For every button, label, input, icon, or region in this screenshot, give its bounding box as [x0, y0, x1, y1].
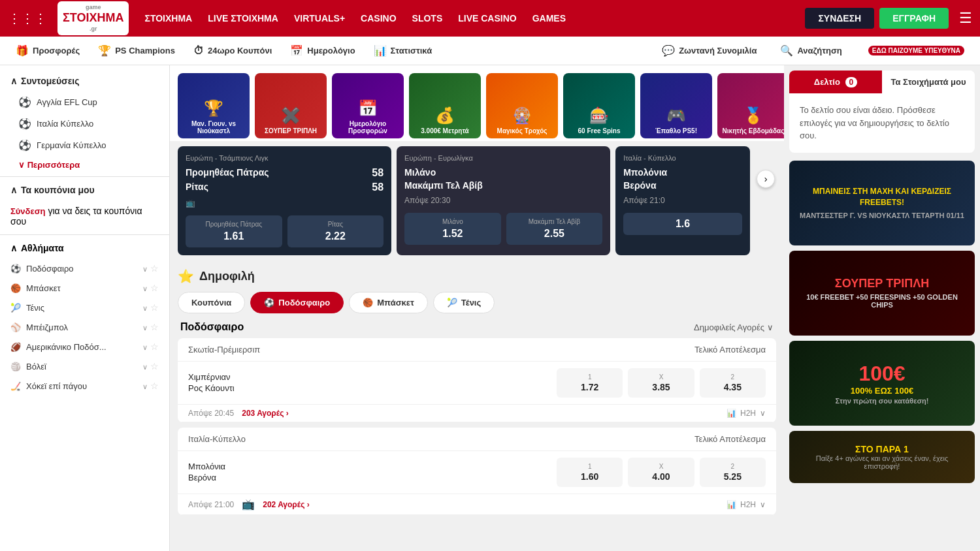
sidebar-sport-beizmpol[interactable]: ⚾ Μπέιζμπολ ∨ ☆: [0, 317, 169, 337]
shortcuts-header[interactable]: ∧ Συντομεύσεις: [0, 71, 169, 91]
match-time-1: Απόψε 20:45: [188, 409, 234, 418]
betslip-tab-my-bets[interactable]: Τα Στοιχήματά μου: [882, 71, 975, 93]
sidebar-sport-american-football[interactable]: 🏈 Αμερικάνικο Ποδόσ... ∨ ☆: [0, 337, 169, 356]
promo-card-magikos[interactable]: 🎡 Μαγικός Τροχός: [486, 73, 558, 138]
nav-statistika[interactable]: 📊 Στατιστικά: [366, 40, 440, 61]
nav-casino[interactable]: CASINO: [361, 13, 396, 24]
promo-card-prosfora[interactable]: 📅 Ημερολόγιο Προσφορών: [332, 73, 404, 138]
nav-search[interactable]: 🔍 Αναζήτηση: [772, 40, 849, 61]
register-button[interactable]: ΕΓΓΡΑΦΗ: [879, 8, 949, 29]
team2-name-1: Ρος Κάουντι: [188, 383, 551, 393]
sidebar-more-shortcuts[interactable]: ∨ Περισσότερα: [0, 156, 169, 174]
site-logo[interactable]: game ΣΤΟΙΧΗΜΑ .gr: [57, 1, 129, 35]
nav-24h-koupon[interactable]: ⏱ 24ωρο Κουπόνι: [186, 41, 280, 61]
lm1-team1-name: Προμηθέας Πάτρας: [186, 167, 269, 179]
betslip-box: Δελτίο 0 Τα Στοιχήματά μου Το δελτίο σου…: [789, 71, 975, 153]
promo-card-ps-champions[interactable]: 🏆 Μαν. Γιουν. vs Νιούκαστλ: [178, 73, 250, 138]
sidebar-sport-podosfairo[interactable]: ⚽ Ποδόσφαιρο ∨ ☆: [0, 259, 169, 278]
odd-val-2-x: 4.00: [652, 471, 670, 482]
lm2-odd-2[interactable]: Μακάμπι Τελ Αβίβ 2.55: [506, 213, 603, 245]
live-match-1[interactable]: Ευρώπη - Τσάμπιονς Λιγκ Προμηθέας Πάτρας…: [178, 146, 391, 255]
match-teams-2: Μπολόνια Βερόνα: [188, 462, 551, 484]
lm3-odd-1[interactable]: 1.6: [623, 213, 742, 235]
match-markets-2[interactable]: 202 Αγορές ›: [263, 500, 310, 509]
live-matches-next-arrow[interactable]: ›: [755, 146, 776, 212]
sports-header[interactable]: ∧ Αθλήματα: [0, 238, 169, 259]
nav-live-stoixima[interactable]: LIVE ΣΤΟΙΧΗΜΑ: [208, 13, 278, 24]
promo-banner-para1[interactable]: ΣΤΟ ΠΑΡΑ 1 Παίξε 4+ αγώνες και αν χάσεις…: [789, 431, 975, 483]
star-sport-6[interactable]: ☆: [150, 361, 159, 371]
coupon-signin-link[interactable]: Σύνδεση: [10, 206, 46, 216]
live-match-3[interactable]: Ιταλία - Κύπελλο Μπολόνια Βερόνα Απόψε 2…: [615, 146, 750, 255]
my-coupons-header[interactable]: ∧ Τα κουπόνια μου: [0, 180, 169, 200]
nav-games[interactable]: GAMES: [532, 13, 566, 24]
star-sport-4[interactable]: ☆: [150, 322, 159, 332]
lm2-odd-1[interactable]: Μιλάνο 1.52: [404, 213, 501, 245]
sidebar-sport-hockey[interactable]: 🏒 Χόκεϊ επί πάγου ∨ ☆: [0, 376, 169, 396]
odd-1-1[interactable]: 1 1.72: [557, 368, 623, 398]
nav-chat[interactable]: 💬 Ζωντανή Συνομιλία: [654, 40, 764, 61]
nav-slots[interactable]: SLOTS: [412, 13, 443, 24]
sidebar-sport-mbasket[interactable]: 🏀 Μπάσκετ ∨ ☆: [0, 278, 169, 298]
tab-mbasket[interactable]: 🏀 Μπάσκετ: [349, 292, 428, 313]
promo-card-ps-battles[interactable]: 🎮 Έπαθλο PS5!: [640, 73, 712, 138]
odd-2-1[interactable]: 1 1.60: [557, 458, 623, 487]
odd-2-2[interactable]: 2 5.25: [700, 458, 766, 487]
odd-2-x[interactable]: X 4.00: [628, 458, 694, 487]
lm1-odd-1[interactable]: Προμηθέας Πάτρας 1.61: [186, 215, 282, 247]
promo-banner-ps-champions[interactable]: ΜΠΑΙΝΕΙΣ ΣΤΗ ΜΑΧΗ ΚΑΙ ΚΕΡΔΙΖΕΙΣ FREEBETS…: [789, 161, 975, 245]
promo-banner-100[interactable]: 100€ 100% ΕΩΣ 100€ Στην πρώτη σου κατάθε…: [789, 341, 975, 426]
volleyball-icon: 🏐: [10, 362, 21, 371]
promo-title-3: Ημερολόγιο Προσφορών: [336, 120, 400, 134]
nav-virtuals[interactable]: VIRTUALS+: [294, 13, 345, 24]
odd-1-x[interactable]: X 3.85: [628, 368, 694, 398]
star-sport-1[interactable]: ☆: [150, 263, 159, 274]
sidebar-item-afl-cup[interactable]: ⚽ Αγγλία EFL Cup: [0, 91, 169, 113]
sidebar-sport-tenis[interactable]: 🎾 Τένις ∨ ☆: [0, 298, 169, 317]
live-matches-arrow-btn[interactable]: ›: [757, 170, 775, 188]
betslip-tab-deltio[interactable]: Δελτίο 0: [789, 71, 882, 93]
soccer-icon-1: ⚽: [18, 96, 31, 108]
nav-live-casino[interactable]: LIVE CASINO: [458, 13, 516, 24]
deltio-badge: 0: [845, 77, 858, 87]
promo-card-metriti[interactable]: 💰 3.000€ Μετρητά: [409, 73, 481, 138]
match-markets-1[interactable]: 203 Αγορές ›: [242, 409, 289, 418]
nav-prosfores[interactable]: 🎁 Προσφορές: [8, 40, 88, 61]
hmerologio-label: Ημερολόγιο: [307, 46, 355, 55]
match-stats-2[interactable]: 📊 H2H ∨: [727, 500, 766, 509]
hamburger-icon[interactable]: ☰: [959, 10, 972, 27]
signin-button[interactable]: ΣΥΝΔΕΣΗ: [805, 8, 874, 29]
lm2-team1-row: Μιλάνο: [404, 167, 602, 178]
odd-1-2[interactable]: 2 4.35: [700, 368, 766, 398]
promo-title-5: Μαγικός Τροχός: [497, 127, 547, 134]
tab-podosfairo[interactable]: ⚽ Ποδόσφαιρο: [250, 292, 344, 313]
star-sport-7[interactable]: ☆: [150, 381, 159, 391]
odd-val-1-1: 1.72: [581, 382, 598, 392]
star-sport-2[interactable]: ☆: [150, 283, 159, 293]
sidebar-sport-volei[interactable]: 🏐 Βόλεϊ ∨ ☆: [0, 356, 169, 376]
tab-kouponia[interactable]: Κουπόνια: [178, 292, 245, 313]
kouponia-label: Κουπόνια: [191, 298, 231, 307]
promo-card-free-spins[interactable]: 🎰 60 Free Spins: [563, 73, 635, 138]
team2-name-2: Βερόνα: [188, 473, 551, 482]
promo-card-super-tripli[interactable]: ✖️ ΣΟΥΠΕΡ ΤΡΙΠΛΗ: [255, 73, 327, 138]
promo-card-nikitis[interactable]: 🏅 Νικητής Εβδομάδας: [717, 73, 784, 138]
popular-markets-dropdown[interactable]: Δημοφιλείς Αγορές ∨: [694, 323, 774, 332]
sidebar-item-italy-cup[interactable]: ⚽ Ιταλία Κύπελλο: [0, 113, 169, 134]
sidebar: ∧ Συντομεύσεις ⚽ Αγγλία EFL Cup ⚽ Ιταλία…: [0, 65, 170, 551]
grid-icon[interactable]: ⋮⋮⋮: [8, 10, 47, 26]
odd-val-2-2: 5.25: [724, 471, 742, 482]
live-match-2[interactable]: Ευρώπη - Ευρωλίγκα Μιλάνο Μακάμπι Τελ Αβ…: [397, 146, 610, 255]
sidebar-item-germany-cup[interactable]: ⚽ Γερμανία Κύπελλο: [0, 134, 169, 156]
nav-epayze[interactable]: ΕΔΩ ΠΑΙΖΟΥΜΕ ΥΠΕΥΘΥΝΑ: [858, 42, 972, 59]
promo-banner-super-tripli[interactable]: ΣΟΥΠΕΡ ΤΡΙΠΛΗ 10€ FREEBET +50 FREESPINS …: [789, 251, 975, 336]
match-stats-1[interactable]: 📊 H2H ∨: [727, 409, 766, 418]
tab-tenis[interactable]: 🎾 Τένις: [433, 292, 495, 313]
nav-stoixima[interactable]: ΣΤΟΙΧΗΜΑ: [144, 13, 192, 24]
match-league-2: Ιταλία-Κύπελλο Τελικό Αποτέλεσμα: [178, 428, 776, 451]
star-sport-5[interactable]: ☆: [150, 341, 159, 352]
star-sport-3[interactable]: ☆: [150, 302, 159, 313]
lm1-odd-2[interactable]: Ρίτας 2.22: [287, 215, 384, 247]
nav-ps-champions[interactable]: 🏆 PS Champions: [90, 40, 183, 61]
nav-hmerologio[interactable]: 📅 Ημερολόγιο: [282, 40, 363, 61]
